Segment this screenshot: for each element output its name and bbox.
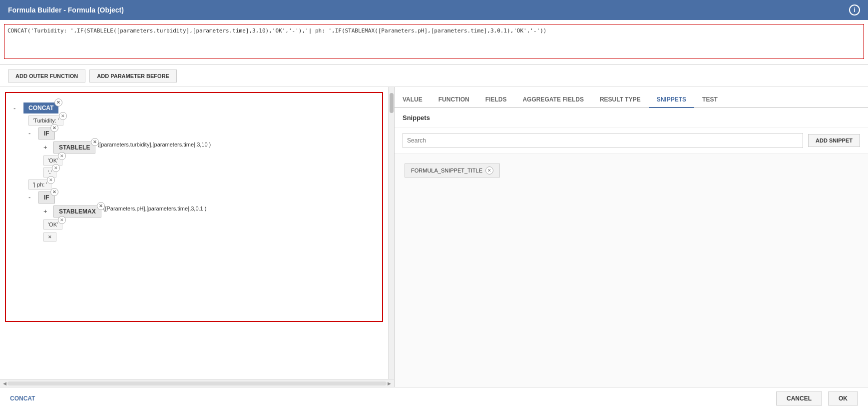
concat-operator: -	[13, 102, 23, 112]
extra-row: ✕	[43, 232, 375, 242]
turbidity-label: 'Turbidity: '	[33, 118, 59, 124]
formula-canvas: - CONCAT ✕ 'Turbidity: ' ✕	[5, 92, 383, 322]
dash-row: '-' ✕	[43, 168, 375, 178]
ph-row: '| ph: ' ✕	[28, 180, 375, 190]
scroll-right[interactable]: ▶	[387, 380, 392, 387]
info-button[interactable]: i	[849, 4, 860, 16]
ok2-close[interactable]: ✕	[58, 216, 66, 224]
tab-value[interactable]: VALUE	[395, 92, 431, 108]
tab-result-type[interactable]: RESULT TYPE	[592, 92, 649, 108]
window-title: Formula Builder - Formula (Object)	[8, 6, 124, 14]
ok2-node[interactable]: 'OK' ✕	[43, 220, 62, 230]
ok1-label: 'OK'	[48, 158, 58, 164]
if1-row: - IF ✕	[28, 128, 375, 140]
concat-label: CONCAT	[28, 104, 53, 112]
stablemax-params: ([Parameters.pH],[parameters.time],3,0.1…	[103, 206, 207, 212]
concat-row: - CONCAT ✕	[13, 102, 375, 114]
tab-snippets[interactable]: SNIPPETS	[649, 92, 694, 108]
scrollbar-thumb[interactable]	[390, 93, 394, 113]
stablele-row: + STABLELE ✕ ([parameters.turbidity],[pa…	[43, 142, 375, 154]
turbidity-row: 'Turbidity: ' ✕	[28, 116, 375, 126]
ph-close[interactable]: ✕	[47, 176, 55, 184]
toolbar: ADD OUTER FUNCTION ADD PARAMETER BEFORE	[0, 65, 868, 87]
if1-minus: -	[28, 128, 38, 137]
if2-close[interactable]: ✕	[50, 188, 58, 196]
cancel-button[interactable]: CANCEL	[776, 392, 822, 406]
add-outer-function-button[interactable]: ADD OUTER FUNCTION	[8, 70, 85, 82]
info-icon: i	[854, 6, 855, 14]
bottom-bar: CONCAT CANCEL OK	[0, 387, 868, 409]
ok1-close[interactable]: ✕	[58, 152, 66, 160]
snippets-search-row: ADD SNIPPET	[395, 128, 868, 154]
snippets-body: FORMULA_SNIPPET_TITLE ✕	[395, 154, 868, 387]
dash-close[interactable]: ✕	[52, 164, 60, 172]
snippet-remove[interactable]: ✕	[485, 166, 493, 174]
if2-minus: -	[28, 192, 38, 201]
title-bar: Formula Builder - Formula (Object) i	[0, 0, 868, 20]
stablemax-close[interactable]: ✕	[97, 202, 105, 210]
ok2-row: 'OK' ✕	[43, 220, 375, 230]
ph-label: '| ph: '	[33, 182, 47, 188]
formula-area: CONCAT('Turbidity: ',IF(STABLELE([parame…	[0, 20, 868, 65]
stablemax-row: + STABLEMAX ✕ ([Parameters.pH],[paramete…	[43, 206, 375, 218]
extra-close: ✕	[48, 234, 52, 240]
turbidity-close[interactable]: ✕	[59, 112, 67, 120]
extra-node[interactable]: ✕	[43, 232, 56, 242]
turbidity-node[interactable]: 'Turbidity: ' ✕	[28, 116, 63, 126]
stablemax-label: STABLEMAX	[59, 208, 96, 215]
ok-button[interactable]: OK	[828, 392, 858, 406]
bottom-actions: CANCEL OK	[776, 392, 858, 406]
stablele-node[interactable]: STABLELE ✕	[53, 142, 95, 154]
ok1-node[interactable]: 'OK' ✕	[43, 156, 62, 166]
tab-aggregate-fields[interactable]: AGGREGATE FIELDS	[514, 92, 591, 108]
snippets-tab-content: Snippets ADD SNIPPET FORMULA_SNIPPET_TIT…	[395, 108, 868, 387]
if2-label: IF	[44, 194, 49, 201]
dash-label: '-'	[48, 170, 52, 176]
ph-node[interactable]: '| ph: ' ✕	[28, 180, 51, 190]
if1-node[interactable]: IF ✕	[38, 128, 55, 140]
left-panel: - CONCAT ✕ 'Turbidity: ' ✕	[0, 87, 395, 387]
tab-test[interactable]: TEST	[694, 92, 726, 108]
tabs-header: VALUE FUNCTION FIELDS AGGREGATE FIELDS R…	[395, 87, 868, 108]
scroll-left[interactable]: ◀	[2, 380, 7, 387]
if1-close[interactable]: ✕	[50, 124, 58, 132]
if2-node[interactable]: IF ✕	[38, 192, 55, 204]
scroll-track	[7, 382, 387, 386]
snippets-header: Snippets	[395, 108, 868, 128]
right-panel: VALUE FUNCTION FIELDS AGGREGATE FIELDS R…	[395, 87, 868, 387]
tab-fields[interactable]: FIELDS	[477, 92, 515, 108]
stablele-label: STABLELE	[59, 144, 90, 151]
formula-input[interactable]: CONCAT('Turbidity: ',IF(STABLELE([parame…	[4, 24, 864, 59]
ok1-row: 'OK' ✕	[43, 156, 375, 166]
horizontal-scrollbar[interactable]: ◀ ▶	[0, 379, 394, 387]
snippet-item-label: FORMULA_SNIPPET_TITLE	[411, 168, 482, 174]
vertical-scrollbar[interactable]	[388, 87, 394, 379]
ok2-label: 'OK'	[48, 222, 58, 228]
app-window: Formula Builder - Formula (Object) i CON…	[0, 0, 868, 409]
concat-close[interactable]: ✕	[54, 98, 62, 106]
snippet-item[interactable]: FORMULA_SNIPPET_TITLE ✕	[405, 164, 500, 178]
add-snippet-button[interactable]: ADD SNIPPET	[808, 134, 860, 147]
stablemax-plus: +	[43, 206, 53, 215]
if1-label: IF	[44, 130, 49, 137]
if2-row: - IF ✕	[28, 192, 375, 204]
snippets-search-input[interactable]	[403, 133, 803, 148]
formula-canvas-container[interactable]: - CONCAT ✕ 'Turbidity: ' ✕	[0, 87, 388, 379]
tab-function[interactable]: FUNCTION	[431, 92, 477, 108]
stablele-plus: +	[43, 142, 53, 151]
snippets-title: Snippets	[403, 114, 430, 122]
stablele-params: ([parameters.turbidity],[parameters.time…	[97, 142, 211, 148]
main-content: - CONCAT ✕ 'Turbidity: ' ✕	[0, 87, 868, 387]
bottom-label: CONCAT	[10, 395, 35, 402]
canvas-scroll-area: - CONCAT ✕ 'Turbidity: ' ✕	[0, 87, 394, 379]
concat-node[interactable]: CONCAT ✕	[23, 102, 58, 114]
add-parameter-before-button[interactable]: ADD PARAMETER BEFORE	[89, 70, 177, 82]
